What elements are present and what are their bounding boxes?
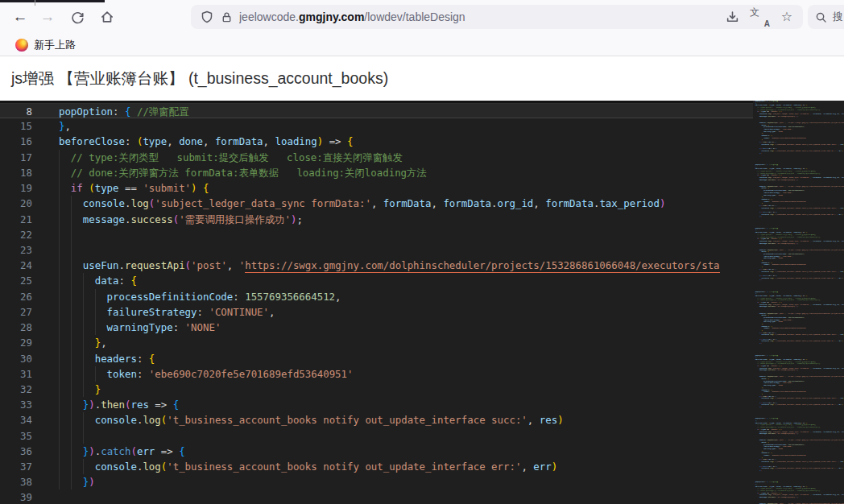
line-number: 29	[0, 335, 32, 350]
code-line[interactable]: 16 beforeClose: (type, done, formData, l…	[0, 134, 753, 149]
minimap-line: console.log('t_business_account_books no…	[753, 214, 844, 217]
minimap-line: console.log('t_business_account_books no…	[753, 468, 844, 470]
code-line[interactable]: 28 warningType: 'NONE'	[0, 320, 753, 335]
lock-icon[interactable]	[217, 7, 236, 27]
shield-icon[interactable]	[197, 7, 217, 27]
code-line[interactable]: 22	[0, 227, 753, 242]
bookmark-star-button[interactable]: ☆	[777, 7, 796, 27]
url-text[interactable]: jeelowcode.gmgjny.com/lowdev/tableDesign	[239, 10, 716, 23]
code-line[interactable]: 25 data: {	[0, 273, 753, 288]
translate-button[interactable]: 文A	[750, 7, 769, 27]
line-number: 36	[0, 444, 32, 459]
indent-guides	[59, 227, 72, 242]
line-number: 8	[0, 104, 32, 119]
line-number: 16	[0, 134, 32, 149]
code-line[interactable]: 21 message.success('需要调用接口操作成功');	[0, 212, 753, 227]
line-number: 37	[0, 459, 32, 474]
minimap-line: console.log('t_business_account_books no…	[753, 271, 844, 274]
code-line[interactable]: 37 console.log('t_business_account_books…	[0, 459, 753, 474]
code-line[interactable]: 17 // type:关闭类型 submit:提交后触发 close:直接关闭弹…	[0, 150, 753, 165]
line-number: 27	[0, 304, 32, 320]
line-number: 35	[0, 428, 32, 444]
search-box[interactable]: 搜	[808, 5, 844, 29]
line-number: 38	[0, 474, 32, 490]
code-line[interactable]: 24 useFun.requestApi('post', 'https://sw…	[0, 258, 753, 273]
indent-guides	[59, 428, 84, 444]
line-number: 25	[0, 273, 32, 288]
code-line[interactable]: 39	[0, 490, 753, 504]
minimap[interactable]: popOption: { //弹窗配置 }, beforeClose: (typ…	[753, 101, 844, 504]
url-domain: gmgjny.com	[299, 10, 364, 23]
bookmarks-bar: 新手上路	[0, 34, 844, 56]
minimap-line: console.log('t_business_account_books no…	[753, 404, 844, 407]
back-button[interactable]: ←	[8, 4, 32, 30]
address-bar[interactable]: jeelowcode.gmgjny.com/lowdev/tableDesign…	[191, 5, 803, 29]
downloads-button[interactable]	[722, 7, 742, 27]
minimap-line: console.log('t_business_account_books no…	[753, 341, 844, 343]
line-number: 20	[0, 196, 32, 211]
line-number: 22	[0, 227, 32, 242]
search-hint: 搜	[833, 10, 843, 24]
page-header: js增强 【营业账簿台账】 (t_business_account_books)…	[0, 56, 844, 101]
code-line[interactable]: 33 }).then(res => {	[0, 397, 753, 412]
minimap-line: console.log('t_business_account_books no…	[753, 461, 844, 464]
code-line[interactable]: 26 processDefinitionCode: 15576935666451…	[0, 289, 753, 304]
code-line[interactable]: 20 console.log('subject_ledger_data_sync…	[0, 196, 753, 211]
line-number: 31	[0, 366, 32, 382]
line-number: 33	[0, 397, 32, 412]
line-number: 24	[0, 258, 32, 273]
code-line[interactable]: 29 },	[0, 335, 753, 350]
code-editor[interactable]: 8 popOption: { //弹窗配置15 },16 beforeClose…	[0, 101, 844, 504]
code-line[interactable]: 36 }).catch(err => {	[0, 444, 753, 459]
code-line[interactable]: 38 })	[0, 474, 753, 490]
url-path: /lowdev/tableDesign	[364, 10, 465, 23]
minimap-line: console.log('t_business_account_books no…	[753, 208, 844, 210]
bookmark-label: 新手上路	[34, 38, 76, 52]
line-number: 30	[0, 351, 32, 366]
firefox-icon	[15, 39, 28, 52]
reload-icon	[71, 10, 85, 24]
code-line[interactable]: 15 },	[0, 118, 753, 134]
code-area[interactable]: 8 popOption: { //弹窗配置15 },16 beforeClose…	[0, 103, 753, 504]
code-line[interactable]: 18 // done:关闭弹窗方法 formData:表单数据 loading:…	[0, 165, 753, 180]
bookmark-item[interactable]: 新手上路	[10, 35, 81, 55]
minimap-line: console.log('t_business_account_books no…	[753, 334, 844, 337]
code-line[interactable]: 31 token: 'ebe690c7020fe5e701689efd53640…	[0, 366, 753, 382]
code-line[interactable]: 27 failureStrategy: 'CONTINUE',	[0, 304, 753, 320]
home-button[interactable]	[95, 4, 119, 30]
tab-strip-remnant	[0, 0, 105, 2]
line-number: 26	[0, 289, 32, 304]
url-prefix: jeelowcode.	[239, 10, 299, 23]
reload-button[interactable]	[65, 4, 89, 30]
code-line[interactable]: 32 }	[0, 382, 753, 397]
code-line[interactable]: 30 headers: {	[0, 351, 753, 366]
browser-toolbar: ← → jeelowcode.gmgjny.com/lowdev/tableDe…	[0, 0, 844, 34]
line-number: 28	[0, 320, 32, 335]
indent-guides	[59, 242, 72, 258]
forward-button[interactable]: →	[35, 4, 60, 30]
line-number: 18	[0, 165, 32, 180]
search-icon	[815, 11, 827, 23]
minimap-line: console.log('t_business_account_books no…	[753, 278, 844, 280]
home-icon	[100, 10, 114, 24]
line-number: 23	[0, 242, 32, 258]
line-number: 15	[0, 118, 32, 134]
minimap-line: console.log('t_business_account_books no…	[753, 151, 844, 153]
line-number: 19	[0, 180, 32, 196]
code-line[interactable]: 34 console.log('t_business_account_books…	[0, 412, 753, 428]
minimap-line: console.log('t_business_account_books no…	[753, 398, 844, 400]
page-title: js增强 【营业账簿台账】 (t_business_account_books)	[11, 56, 388, 101]
line-number: 17	[0, 150, 32, 165]
line-number: 34	[0, 412, 32, 428]
code-line[interactable]: 19 if (type == 'submit') {	[0, 180, 753, 196]
code-line[interactable]: 8 popOption: { //弹窗配置	[0, 103, 753, 118]
line-number: 21	[0, 212, 32, 227]
code-line[interactable]: 23	[0, 242, 753, 258]
code-line[interactable]: 35	[0, 428, 753, 444]
line-number: 39	[0, 490, 32, 504]
line-number: 32	[0, 382, 32, 397]
